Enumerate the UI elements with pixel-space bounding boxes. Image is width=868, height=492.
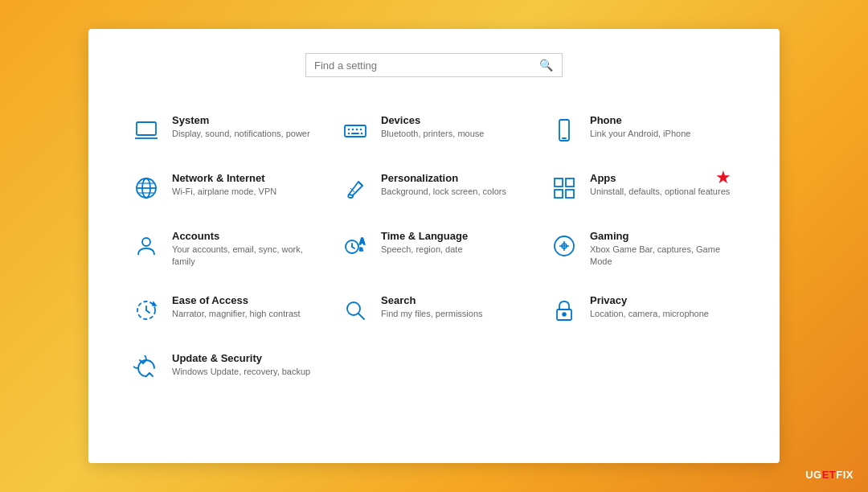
settings-item-ease[interactable]: Ease of AccessNarrator, magnifier, high … — [121, 281, 330, 339]
settings-item-personalization[interactable]: PersonalizationBackground, lock screen, … — [330, 159, 538, 217]
settings-item-gaming[interactable]: GamingXbox Game Bar, captures, Game Mode — [538, 217, 747, 281]
privacy-icon — [548, 294, 580, 326]
settings-desc-accounts: Your accounts, email, sync, work, family — [172, 244, 320, 269]
devices-icon — [339, 114, 371, 146]
phone-icon — [548, 114, 580, 146]
apps-icon — [548, 172, 580, 204]
settings-title-devices: Devices — [381, 114, 484, 126]
system-icon — [130, 114, 162, 146]
settings-item-update[interactable]: Update & SecurityWindows Update, recover… — [121, 339, 330, 397]
search-bar[interactable]: 🔍 — [305, 53, 563, 77]
settings-title-privacy: Privacy — [590, 294, 709, 306]
settings-grid: SystemDisplay, sound, notifications, pow… — [121, 101, 747, 397]
update-icon — [130, 352, 162, 384]
gaming-icon — [548, 230, 580, 262]
settings-desc-network: Wi-Fi, airplane mode, VPN — [172, 186, 276, 198]
settings-desc-search: Find my files, permissions — [381, 308, 483, 320]
settings-title-search: Search — [381, 294, 483, 306]
time-icon — [339, 230, 371, 262]
settings-desc-time: Speech, region, date — [381, 244, 468, 256]
settings-desc-apps: Uninstall, defaults, optional features — [590, 186, 730, 198]
settings-title-time: Time & Language — [381, 230, 468, 242]
settings-item-devices[interactable]: DevicesBluetooth, printers, mouse — [330, 101, 538, 159]
settings-item-network[interactable]: Network & InternetWi-Fi, airplane mode, … — [121, 159, 330, 217]
settings-title-personalization: Personalization — [381, 172, 506, 184]
ease-icon — [130, 294, 162, 326]
settings-title-apps: Apps — [590, 172, 730, 184]
accounts-icon — [130, 230, 162, 262]
settings-title-update: Update & Security — [172, 352, 310, 364]
settings-item-accounts[interactable]: AccountsYour accounts, email, sync, work… — [121, 217, 330, 281]
settings-window: 🔍 SystemDisplay, sound, notifications, p… — [88, 29, 780, 463]
personalization-icon — [339, 172, 371, 204]
settings-desc-ease: Narrator, magnifier, high contrast — [172, 308, 301, 320]
settings-item-apps[interactable]: AppsUninstall, defaults, optional featur… — [538, 159, 747, 217]
settings-item-search[interactable]: SearchFind my files, permissions — [330, 281, 538, 339]
search-icon-button[interactable]: 🔍 — [539, 59, 553, 72]
settings-title-system: System — [172, 114, 310, 126]
settings-desc-personalization: Background, lock screen, colors — [381, 186, 506, 198]
settings-desc-update: Windows Update, recovery, backup — [172, 366, 310, 378]
settings-title-gaming: Gaming — [590, 230, 738, 242]
settings-item-privacy[interactable]: PrivacyLocation, camera, microphone — [538, 281, 747, 339]
settings-title-network: Network & Internet — [172, 172, 276, 184]
search-input[interactable] — [314, 59, 539, 72]
star-badge: ★ — [715, 167, 731, 188]
settings-desc-system: Display, sound, notifications, power — [172, 128, 310, 140]
settings-title-phone: Phone — [590, 114, 690, 126]
settings-title-ease: Ease of Access — [172, 294, 301, 306]
settings-desc-phone: Link your Android, iPhone — [590, 128, 690, 140]
settings-item-time[interactable]: Time & LanguageSpeech, region, date — [330, 217, 538, 281]
ugetfix-logo: UGETFIX — [805, 469, 854, 481]
settings-desc-gaming: Xbox Game Bar, captures, Game Mode — [590, 244, 738, 269]
settings-item-phone[interactable]: PhoneLink your Android, iPhone — [538, 101, 747, 159]
settings-item-system[interactable]: SystemDisplay, sound, notifications, pow… — [121, 101, 330, 159]
settings-desc-privacy: Location, camera, microphone — [590, 308, 709, 320]
search-icon — [339, 294, 371, 326]
network-icon — [130, 172, 162, 204]
settings-title-accounts: Accounts — [172, 230, 320, 242]
settings-desc-devices: Bluetooth, printers, mouse — [381, 128, 484, 140]
